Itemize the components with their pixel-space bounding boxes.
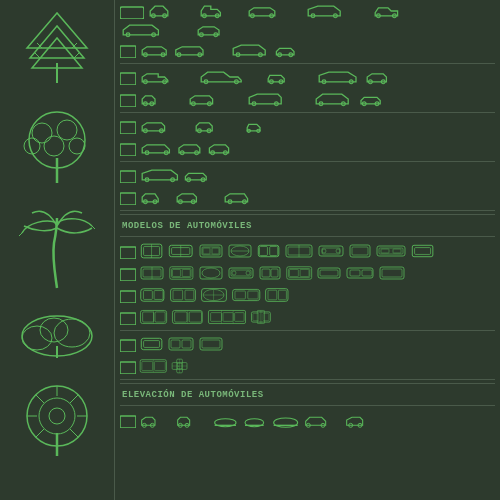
elevacion-label: ELEVACIÓN DE AUTOMÓVILES: [122, 387, 493, 402]
tree-palm: [7, 205, 107, 295]
svg-rect-205: [144, 341, 160, 348]
svg-rect-87: [120, 144, 136, 156]
svg-rect-210: [202, 340, 220, 348]
svg-rect-170: [170, 289, 195, 302]
main-container: MODELOS DE AUTOMÓVILES: [0, 0, 500, 500]
svg-rect-195: [234, 313, 243, 322]
tree-conifer: [7, 5, 107, 95]
svg-marker-2: [30, 26, 84, 58]
svg-rect-159: [318, 268, 340, 278]
svg-rect-69: [120, 95, 136, 107]
svg-rect-58: [120, 73, 136, 85]
svg-point-128: [322, 249, 326, 253]
svg-rect-138: [120, 269, 136, 281]
svg-rect-203: [120, 340, 136, 352]
tree-palm-svg: [12, 208, 102, 293]
svg-rect-157: [289, 269, 298, 276]
content-area[interactable]: MODELOS DE AUTOMÓVILES: [115, 0, 500, 500]
svg-point-150: [232, 271, 236, 275]
svg-point-29: [49, 408, 65, 424]
svg-rect-179: [247, 291, 257, 299]
svg-rect-168: [143, 291, 152, 300]
svg-rect-154: [271, 269, 278, 277]
svg-rect-153: [262, 269, 270, 277]
svg-rect-188: [173, 310, 203, 323]
svg-point-129: [336, 249, 340, 253]
modelos-section-header: MODELOS DE AUTOMÓVILES: [120, 214, 495, 237]
svg-rect-49: [120, 46, 136, 58]
svg-rect-190: [189, 312, 201, 322]
car-row-6: [120, 137, 495, 159]
svg-rect-158: [300, 269, 309, 276]
svg-point-19: [22, 326, 52, 350]
svg-rect-185: [143, 312, 154, 322]
svg-rect-143: [172, 269, 192, 278]
car-row-1: [120, 2, 495, 39]
svg-rect-207: [171, 340, 180, 348]
tree-detailed-svg: [12, 378, 102, 463]
plan-row-3: [120, 284, 495, 306]
divider-4: [120, 210, 495, 211]
sidebar: [0, 0, 115, 500]
tree-round-svg: [12, 108, 102, 193]
svg-point-10: [32, 123, 52, 143]
svg-point-12: [44, 136, 64, 156]
svg-rect-122: [269, 246, 277, 255]
svg-rect-136: [412, 245, 433, 256]
car-row-3: [120, 66, 495, 88]
svg-rect-171: [173, 290, 183, 300]
svg-line-30: [70, 395, 78, 403]
svg-rect-194: [223, 313, 233, 322]
svg-rect-165: [382, 269, 402, 277]
svg-point-151: [246, 271, 250, 275]
car-row-7: [120, 164, 495, 186]
svg-rect-211: [120, 362, 136, 374]
svg-point-14: [69, 138, 85, 154]
plan-row-6: +: [120, 355, 495, 377]
modelos-label: MODELOS DE AUTOMÓVILES: [122, 218, 493, 233]
tree-conifer-svg: [12, 8, 102, 93]
svg-rect-181: [268, 290, 277, 300]
svg-rect-162: [350, 270, 360, 276]
svg-rect-213: [142, 361, 153, 370]
svg-rect-120: [258, 245, 279, 256]
row-icon-1: [120, 3, 144, 19]
svg-point-11: [57, 120, 77, 140]
tree-bush: [7, 305, 107, 365]
svg-rect-156: [288, 269, 309, 278]
svg-rect-186: [155, 312, 165, 322]
divider-5: [120, 330, 495, 331]
svg-rect-116: [212, 248, 219, 254]
plan-row-4: [120, 306, 495, 328]
elev-row-1: [120, 409, 495, 431]
svg-line-32: [70, 429, 78, 437]
plan-row-1: [120, 240, 495, 262]
svg-point-147: [202, 268, 220, 278]
svg-line-15: [19, 233, 22, 236]
tree-detailed: [7, 375, 107, 465]
svg-rect-121: [259, 246, 267, 255]
divider-6: [120, 379, 495, 380]
svg-rect-146: [200, 267, 222, 279]
svg-rect-189: [175, 312, 187, 322]
svg-rect-34: [120, 7, 144, 19]
svg-rect-200: [253, 313, 259, 320]
svg-rect-193: [210, 313, 221, 322]
svg-rect-99: [120, 193, 136, 205]
car-row-2: [120, 39, 495, 61]
svg-point-20: [54, 319, 90, 347]
plan-row-2: [120, 262, 495, 284]
svg-rect-172: [185, 290, 194, 300]
tree-bush-svg: [12, 293, 102, 378]
tree-round: [7, 105, 107, 195]
svg-rect-94: [120, 171, 136, 183]
svg-rect-145: [182, 269, 190, 276]
elevacion-section-header: ELEVACIÓN DE AUTOMÓVILES: [120, 383, 495, 406]
svg-rect-144: [172, 269, 180, 276]
svg-rect-163: [362, 270, 372, 276]
car-row-8: [120, 186, 495, 208]
svg-rect-182: [278, 290, 286, 300]
svg-rect-148: [229, 268, 253, 278]
svg-rect-160: [320, 270, 338, 276]
svg-rect-106: [120, 247, 136, 259]
